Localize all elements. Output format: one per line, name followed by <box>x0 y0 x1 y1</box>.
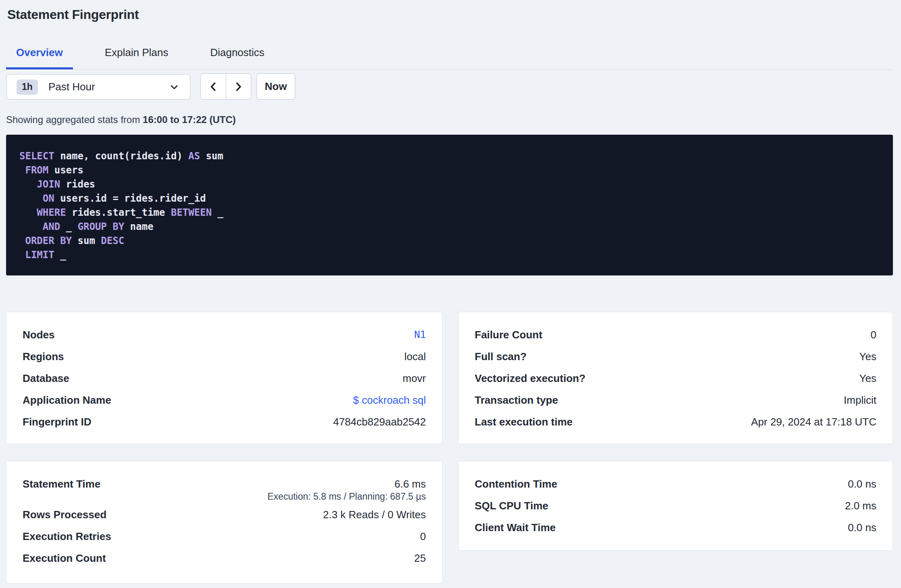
tab-overview[interactable]: Overview <box>6 38 73 69</box>
statement-time-breakdown: Execution: 5.8 ms / Planning: 687.5 µs <box>23 492 426 504</box>
row-fingerprint-id: Fingerprint ID 4784cb829aab2542 <box>23 411 426 433</box>
sql-line: ORDER BY sum DESC <box>19 234 881 248</box>
row-label: Last execution time <box>475 416 573 428</box>
time-range-pager <box>200 73 251 100</box>
row-label: Execution Retries <box>23 530 111 543</box>
row-value: Apr 29, 2024 at 17:18 UTC <box>751 416 876 428</box>
sql-line: ON users.id = rides.rider_id <box>19 192 881 206</box>
aggregated-stats-caption: Showing aggregated stats from 16:00 to 1… <box>6 114 236 125</box>
row-value: 0 <box>420 530 426 543</box>
row-execution-count: Execution Count 25 <box>23 547 426 569</box>
row-value: movr <box>403 372 426 385</box>
timing-breakdown-card: Contention Time 0.0 ns SQL CPU Time 2.0 … <box>458 461 893 550</box>
chevron-left-icon <box>208 81 219 93</box>
row-label: Transaction type <box>475 394 558 407</box>
row-sql-cpu-time: SQL CPU Time 2.0 ms <box>475 495 876 517</box>
statement-performance-card: Statement Time 6.6 ms Execution: 5.8 ms … <box>6 461 442 584</box>
sql-line: AND _ GROUP BY name <box>19 220 881 234</box>
tab-overview-label: Overview <box>16 46 63 59</box>
row-contention-time: Contention Time 0.0 ns <box>475 473 876 495</box>
row-value: Yes <box>859 350 876 363</box>
row-label: Execution Count <box>23 552 106 565</box>
row-value: 0 <box>871 329 876 341</box>
row-value: 6.6 ms <box>394 478 426 490</box>
sql-line: WHERE rides.start_time BETWEEN _ <box>19 206 881 220</box>
row-vectorized-execution: Vectorized execution? Yes <box>475 367 876 389</box>
row-rows-processed: Rows Processed 2.3 k Reads / 0 Writes <box>23 504 426 525</box>
sql-line: SELECT name, count(rides.id) AS sum <box>19 149 881 163</box>
row-label: SQL CPU Time <box>475 500 549 512</box>
sql-line: LIMIT _ <box>19 248 881 262</box>
row-label: Application Name <box>23 394 111 407</box>
chevron-right-icon <box>233 81 244 93</box>
row-value: 2.0 ms <box>845 500 876 512</box>
tab-explain-plans[interactable]: Explain Plans <box>95 38 179 69</box>
row-label: Failure Count <box>475 329 542 341</box>
row-value: Implicit <box>844 394 876 407</box>
row-application-name: Application Name $ cockroach sql <box>23 389 426 411</box>
row-value: local <box>405 350 426 363</box>
row-label: Vectorized execution? <box>475 372 586 385</box>
row-label: Regions <box>23 350 64 363</box>
previous-time-range-button[interactable] <box>201 74 226 99</box>
tab-bar: Overview Explain Plans Diagnostics <box>6 38 893 70</box>
row-client-wait-time: Client Wait Time 0.0 ns <box>475 517 876 538</box>
row-label: Statement Time <box>23 478 100 490</box>
row-failure-count: Failure Count 0 <box>475 324 876 346</box>
sql-line: JOIN rides <box>19 177 881 192</box>
sql-line: FROM users <box>19 163 881 177</box>
row-value: Yes <box>859 372 876 385</box>
row-value: 25 <box>414 552 426 565</box>
next-time-range-button[interactable] <box>226 74 251 99</box>
tab-diagnostics-label: Diagnostics <box>210 46 264 59</box>
row-value: 0.0 ns <box>848 521 876 534</box>
execution-attributes-card: Failure Count 0 Full scan? Yes Vectorize… <box>458 312 893 444</box>
row-full-scan: Full scan? Yes <box>475 346 876 367</box>
row-label: Database <box>23 372 69 385</box>
row-label: Client Wait Time <box>475 521 556 534</box>
time-range-badge: 1h <box>17 79 38 95</box>
row-label: Rows Processed <box>23 509 106 521</box>
row-value: 0.0 ns <box>848 478 876 490</box>
row-regions: Regions local <box>23 346 426 367</box>
aggregated-stats-range: 16:00 to 17:22 (UTC) <box>143 114 236 125</box>
statement-details-card: Nodes N1 Regions local Database movr App… <box>6 312 442 444</box>
time-range-selected-value: Past Hour <box>48 81 95 93</box>
row-execution-retries: Execution Retries 0 <box>23 525 426 547</box>
row-database: Database movr <box>23 367 426 389</box>
aggregated-stats-prefix: Showing aggregated stats from <box>6 114 143 125</box>
row-label: Nodes <box>23 329 54 341</box>
statement-fingerprint-page: Statement Fingerprint Overview Explain P… <box>0 0 901 588</box>
time-range-dropdown[interactable]: 1h Past Hour <box>6 74 190 100</box>
row-value: 2.3 k Reads / 0 Writes <box>323 509 426 521</box>
row-label: Full scan? <box>475 350 527 363</box>
chevron-down-icon <box>168 81 180 93</box>
row-last-execution-time: Last execution time Apr 29, 2024 at 17:1… <box>475 411 876 433</box>
row-value: 4784cb829aab2542 <box>333 416 426 428</box>
row-transaction-type: Transaction type Implicit <box>475 389 876 411</box>
tab-explain-plans-label: Explain Plans <box>105 46 169 59</box>
tab-diagnostics[interactable]: Diagnostics <box>200 38 274 69</box>
page-title: Statement Fingerprint <box>7 7 139 22</box>
row-label: Contention Time <box>475 478 557 490</box>
row-nodes: Nodes N1 <box>23 324 426 346</box>
node-link[interactable]: N1 <box>414 329 426 340</box>
sql-statement-box: SELECT name, count(rides.id) AS sum FROM… <box>6 135 893 275</box>
row-label: Fingerprint ID <box>23 416 91 428</box>
now-button[interactable]: Now <box>257 73 295 100</box>
application-name-link[interactable]: $ cockroach sql <box>353 394 426 407</box>
